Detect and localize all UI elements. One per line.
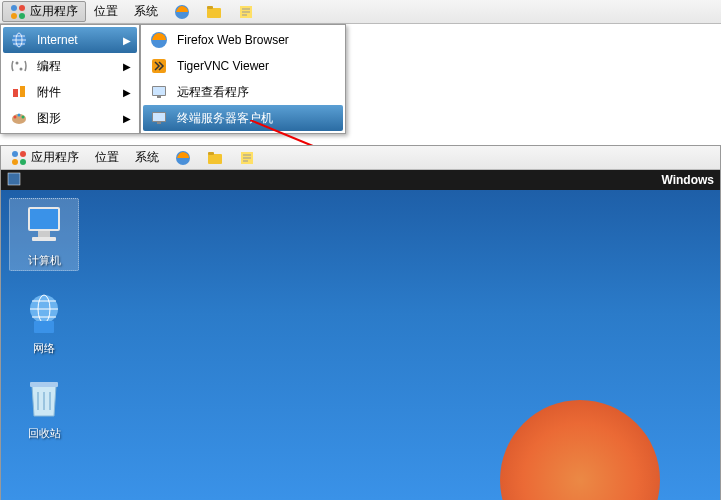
desktop-launcher-firefox[interactable] xyxy=(167,148,199,168)
applications-dropdown: Internet ▶ 编程 ▶ 附件 ▶ 图形 ▶ xyxy=(0,24,140,134)
menu-location[interactable]: 位置 xyxy=(86,1,126,22)
folder-icon xyxy=(207,150,223,166)
desktop-menu-system-label: 系统 xyxy=(135,149,159,166)
menu-system[interactable]: 系统 xyxy=(126,1,166,22)
desktop-menu-applications[interactable]: 应用程序 xyxy=(3,147,87,168)
svg-point-15 xyxy=(14,116,17,119)
svg-point-2 xyxy=(11,13,17,19)
note-icon xyxy=(238,4,254,20)
desktop-icon-recycle[interactable]: 回收站 xyxy=(9,374,79,441)
dropdown-programming[interactable]: 编程 ▶ xyxy=(3,53,137,79)
graphics-icon xyxy=(9,109,29,127)
desktop-launcher-notes[interactable] xyxy=(231,148,263,168)
submenu-tigervnc-label: TigerVNC Viewer xyxy=(177,59,269,73)
chevron-right-icon: ▶ xyxy=(123,35,131,46)
svg-rect-13 xyxy=(20,86,25,97)
taskbar-window-icon[interactable] xyxy=(7,172,21,189)
globe-icon xyxy=(9,31,29,49)
programming-icon xyxy=(9,57,29,75)
svg-rect-21 xyxy=(153,87,165,95)
submenu-terminal-server-label: 终端服务器客户机 xyxy=(177,110,273,127)
svg-rect-12 xyxy=(13,89,18,97)
svg-rect-22 xyxy=(157,96,161,98)
svg-rect-38 xyxy=(30,209,58,229)
desktop-menu-system[interactable]: 系统 xyxy=(127,147,167,168)
taskbar: Windows xyxy=(1,170,720,190)
note-icon xyxy=(239,150,255,166)
desktop-launcher-files[interactable] xyxy=(199,148,231,168)
tigervnc-icon xyxy=(149,57,169,75)
chevron-right-icon: ▶ xyxy=(123,61,131,72)
menu-location-label: 位置 xyxy=(94,3,118,20)
launcher-notes[interactable] xyxy=(230,2,262,22)
dropdown-graphics-label: 图形 xyxy=(37,110,61,127)
desktop-menu-location-label: 位置 xyxy=(95,149,119,166)
dropdown-accessories[interactable]: 附件 ▶ xyxy=(3,79,137,105)
svg-rect-40 xyxy=(32,237,56,241)
svg-rect-6 xyxy=(207,6,213,9)
firefox-icon xyxy=(175,150,191,166)
firefox-icon xyxy=(149,31,169,49)
svg-point-31 xyxy=(20,159,26,165)
svg-rect-36 xyxy=(8,173,20,185)
svg-point-17 xyxy=(22,116,25,119)
menu-applications[interactable]: 应用程序 xyxy=(2,1,86,22)
svg-rect-34 xyxy=(208,152,214,155)
menu-applications-label: 应用程序 xyxy=(30,3,78,20)
taskbar-title: Windows xyxy=(661,173,714,187)
chevron-right-icon: ▶ xyxy=(123,113,131,124)
svg-rect-5 xyxy=(207,8,221,18)
desktop-menubar: 应用程序 位置 系统 xyxy=(1,146,720,170)
internet-submenu: Firefox Web Browser TigerVNC Viewer 远程查看… xyxy=(140,24,346,134)
desktop-background[interactable]: 计算机 网络 回收站 xyxy=(1,190,720,500)
firefox-icon xyxy=(174,4,190,20)
monitor-icon xyxy=(149,109,169,127)
svg-point-1 xyxy=(19,5,25,11)
svg-point-16 xyxy=(18,114,21,117)
svg-point-30 xyxy=(12,159,18,165)
submenu-terminal-server[interactable]: 终端服务器客户机 xyxy=(143,105,343,131)
dropdown-graphics[interactable]: 图形 ▶ xyxy=(3,105,137,131)
submenu-remote-viewer-label: 远程查看程序 xyxy=(177,84,249,101)
desktop-menu-applications-label: 应用程序 xyxy=(31,149,79,166)
dropdown-internet[interactable]: Internet ▶ xyxy=(3,27,137,53)
svg-rect-24 xyxy=(153,113,165,121)
launcher-files[interactable] xyxy=(198,2,230,22)
svg-rect-25 xyxy=(157,122,161,124)
monitor-icon xyxy=(149,83,169,101)
svg-point-0 xyxy=(11,5,17,11)
chevron-right-icon: ▶ xyxy=(123,87,131,98)
launcher-firefox[interactable] xyxy=(166,2,198,22)
svg-rect-44 xyxy=(30,382,58,387)
applications-icon xyxy=(10,4,26,20)
svg-point-3 xyxy=(19,13,25,19)
desktop-icon-recycle-label: 回收站 xyxy=(9,426,79,441)
desktop-menu-location[interactable]: 位置 xyxy=(87,147,127,168)
dropdown-programming-label: 编程 xyxy=(37,58,61,75)
svg-point-10 xyxy=(16,62,19,65)
recycle-bin-icon xyxy=(20,374,68,422)
applications-icon xyxy=(11,150,27,166)
svg-point-11 xyxy=(20,68,23,71)
dropdown-internet-label: Internet xyxy=(37,33,78,47)
desktop-icon-computer[interactable]: 计算机 xyxy=(9,198,79,271)
desktop-icon-computer-label: 计算机 xyxy=(12,253,76,268)
accessories-icon xyxy=(9,83,29,101)
folder-icon xyxy=(206,4,222,20)
desktop-icon-network[interactable]: 网络 xyxy=(9,289,79,356)
computer-icon xyxy=(20,201,68,249)
submenu-tigervnc[interactable]: TigerVNC Viewer xyxy=(143,53,343,79)
network-icon xyxy=(20,289,68,337)
wallpaper-decoration xyxy=(500,400,660,500)
submenu-remote-viewer[interactable]: 远程查看程序 xyxy=(143,79,343,105)
svg-rect-43 xyxy=(34,321,54,333)
desktop-icon-network-label: 网络 xyxy=(9,341,79,356)
submenu-firefox[interactable]: Firefox Web Browser xyxy=(143,27,343,53)
menu-system-label: 系统 xyxy=(134,3,158,20)
submenu-firefox-label: Firefox Web Browser xyxy=(177,33,289,47)
top-menubar: 应用程序 位置 系统 xyxy=(0,0,721,24)
svg-rect-33 xyxy=(208,154,222,164)
dropdown-accessories-label: 附件 xyxy=(37,84,61,101)
svg-point-28 xyxy=(12,151,18,157)
desktop-window: 应用程序 位置 系统 Windows xyxy=(0,145,721,500)
